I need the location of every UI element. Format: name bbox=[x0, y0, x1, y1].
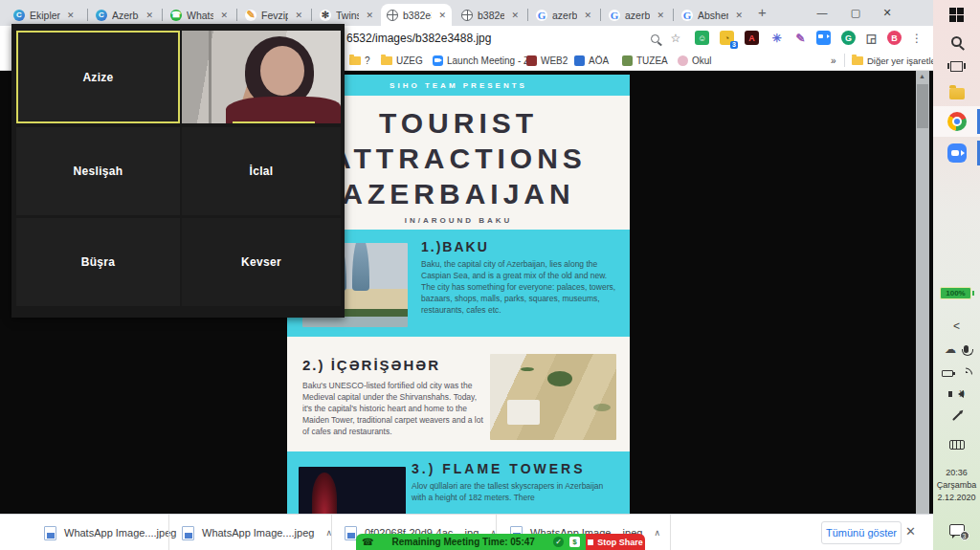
tab-close-icon[interactable]: ✕ bbox=[145, 11, 153, 20]
ext-grammarly-icon[interactable]: G bbox=[841, 31, 856, 45]
download-item-2[interactable]: WhatsApp Image....jpeg ∧ bbox=[182, 515, 332, 550]
section-body: Baku, the capital city of Azerbaijan, li… bbox=[421, 258, 620, 316]
tab-azerbai-search-1[interactable]: G azerbai ✕ bbox=[530, 4, 597, 26]
tab-close-icon[interactable]: ✕ bbox=[584, 11, 591, 20]
section-body: Alov qüllaləri are the tallest skyscrape… bbox=[412, 480, 616, 503]
microphone-icon[interactable] bbox=[964, 345, 969, 353]
tab-fevzipa[interactable]: ✎ Fevzipa ✕ bbox=[239, 4, 308, 26]
section-body: Baku's UNESCO-listed fortified old city … bbox=[302, 380, 486, 437]
tab-close-icon[interactable]: ✕ bbox=[366, 11, 373, 20]
tab-azerbai-search-2[interactable]: G azerbai ✕ bbox=[603, 4, 670, 26]
stop-share-button[interactable]: Stop Share bbox=[586, 534, 645, 550]
notification-icon: 3 bbox=[949, 524, 965, 536]
taskbar-search-button[interactable] bbox=[933, 36, 980, 47]
close-window-button[interactable]: ✕ bbox=[874, 1, 901, 24]
participant-iclal[interactable]: İclal bbox=[182, 127, 341, 215]
chrome-taskbar-button[interactable] bbox=[933, 112, 980, 131]
ext-keep-icon[interactable]: ☺ bbox=[695, 31, 709, 45]
file-explorer-button[interactable] bbox=[933, 88, 980, 99]
ext-settings-icon[interactable]: ✳ bbox=[769, 31, 784, 45]
address-bar[interactable]: 6532/images/b382e3488.jpg bbox=[346, 32, 491, 45]
tray-row-2 bbox=[933, 367, 980, 379]
tab-close-icon[interactable]: ✕ bbox=[511, 11, 519, 20]
clock-date: 2.12.2020 bbox=[937, 492, 977, 504]
battery-icon[interactable] bbox=[942, 370, 953, 377]
ext-pen-icon[interactable]: ✎ bbox=[793, 31, 808, 45]
browser-menu-icon[interactable]: ⋮ bbox=[909, 31, 924, 46]
flame-towers-photo bbox=[299, 467, 406, 514]
bookmark-folder-uzeg[interactable]: UZEG bbox=[381, 53, 423, 68]
tab-absheron[interactable]: G Absher ✕ bbox=[676, 4, 748, 26]
tab-whatsapp[interactable]: ☎ WhatsA ✕ bbox=[165, 4, 234, 26]
search-icon bbox=[951, 36, 962, 47]
tab-ekipler[interactable]: C Ekipler ✕ bbox=[8, 4, 84, 26]
zoom-page-icon[interactable] bbox=[647, 31, 662, 46]
other-bookmarks[interactable]: Diğer yer işaretleri bbox=[852, 53, 941, 68]
bookmarks-overflow-chevron[interactable]: » bbox=[831, 53, 836, 68]
divider bbox=[670, 515, 671, 550]
download-caret-icon[interactable]: ∧ bbox=[654, 528, 660, 538]
tab-close-icon[interactable]: ✕ bbox=[438, 11, 446, 20]
wifi-icon[interactable] bbox=[958, 365, 974, 382]
participant-kevser[interactable]: Kevser bbox=[182, 218, 341, 306]
new-tab-button[interactable]: + bbox=[758, 4, 767, 20]
tab-close-icon[interactable]: ✕ bbox=[295, 11, 302, 20]
bookmark-zoom-meeting[interactable]: Launch Meeting - Z... bbox=[433, 53, 538, 68]
windows-taskbar: 100% < ☁ 20:36 Çarşamba 2.12.2020 3 bbox=[933, 0, 980, 550]
volume-button[interactable] bbox=[933, 390, 980, 398]
zoom-camera-icon bbox=[433, 55, 443, 66]
tab-azerbai-1[interactable]: C Azerbai ✕ bbox=[90, 4, 159, 26]
page-scrollbar[interactable]: ▲ bbox=[916, 71, 929, 514]
task-view-button[interactable] bbox=[933, 61, 980, 72]
show-hidden-icons-chevron[interactable]: < bbox=[933, 319, 980, 333]
bookmark-aoa[interactable]: AÖA bbox=[574, 53, 609, 68]
extensions-puzzle-icon[interactable]: ◲ bbox=[864, 31, 879, 45]
minimize-button[interactable]: — bbox=[809, 1, 835, 24]
tab-close-icon[interactable]: ✕ bbox=[220, 11, 228, 20]
okul-logo-icon bbox=[678, 55, 688, 66]
tab-twinspace[interactable]: ✻ Twinspa ✕ bbox=[314, 4, 379, 26]
section-icerisheher: 2.) İÇƏRİŞƏHƏR Baku's UNESCO-listed fort… bbox=[287, 349, 630, 451]
taskbar-clock[interactable]: 20:36 Çarşamba 2.12.2020 bbox=[933, 467, 980, 504]
bookmark-label: UZEG bbox=[396, 55, 423, 66]
scrollbar-thumb[interactable] bbox=[917, 84, 928, 128]
bookmark-web2[interactable]: WEB2 bbox=[526, 53, 568, 68]
bookmark-star-icon[interactable]: ☆ bbox=[668, 31, 683, 46]
touch-keyboard-button[interactable] bbox=[933, 440, 980, 450]
tab-separator bbox=[673, 9, 674, 21]
section-heading: 2.) İÇƏRİŞƏHƏR bbox=[302, 357, 440, 373]
show-all-downloads-button[interactable]: Tümünü göster bbox=[821, 521, 902, 544]
tab-close-icon[interactable]: ✕ bbox=[67, 11, 75, 20]
participant-neslisah[interactable]: Neslişah bbox=[16, 127, 180, 215]
close-downloads-icon[interactable]: ✕ bbox=[905, 524, 916, 539]
tab-close-icon[interactable]: ✕ bbox=[657, 11, 664, 20]
tab-close-icon[interactable]: ✕ bbox=[735, 11, 743, 20]
windows-logo-icon bbox=[949, 8, 964, 22]
download-item-1[interactable]: WhatsApp Image....jpeg ∧ bbox=[44, 515, 194, 550]
participant-busra[interactable]: Büşra bbox=[16, 218, 180, 306]
participant-azize[interactable]: Azize bbox=[16, 31, 180, 123]
scroll-up-icon[interactable]: ▲ bbox=[919, 73, 925, 79]
divider bbox=[331, 515, 332, 550]
participant-video[interactable] bbox=[182, 31, 341, 123]
start-button[interactable] bbox=[933, 8, 980, 22]
profile-avatar[interactable]: B bbox=[887, 31, 902, 45]
ext-zoom-icon[interactable] bbox=[816, 31, 831, 45]
tab-b382e3-active[interactable]: b382e3 ✕ bbox=[381, 4, 452, 26]
payment-icon[interactable]: $ bbox=[569, 537, 580, 547]
bookmark-okul[interactable]: Okul bbox=[678, 53, 712, 68]
onedrive-cloud-icon[interactable]: ☁ bbox=[945, 342, 956, 356]
ext-acrobat-icon[interactable]: A bbox=[745, 31, 759, 45]
image-file-icon bbox=[44, 526, 56, 540]
restore-button[interactable]: ▢ bbox=[842, 1, 869, 24]
bookmark-folder-1[interactable]: ? bbox=[349, 53, 370, 68]
bookmark-tuzea[interactable]: TUZEA bbox=[622, 53, 668, 68]
security-shield-icon[interactable]: ✓ bbox=[553, 537, 564, 547]
other-bookmarks-label: Diğer yer işaretleri bbox=[867, 55, 941, 66]
tab-b382e3-2[interactable]: b382e3 ✕ bbox=[456, 4, 524, 26]
pen-settings-button[interactable] bbox=[933, 415, 980, 417]
zoom-taskbar-button[interactable] bbox=[933, 143, 980, 163]
ext-timer-icon[interactable]: ◔3 bbox=[720, 31, 734, 45]
tab-separator bbox=[600, 9, 601, 21]
action-center-button[interactable]: 3 bbox=[933, 524, 980, 536]
